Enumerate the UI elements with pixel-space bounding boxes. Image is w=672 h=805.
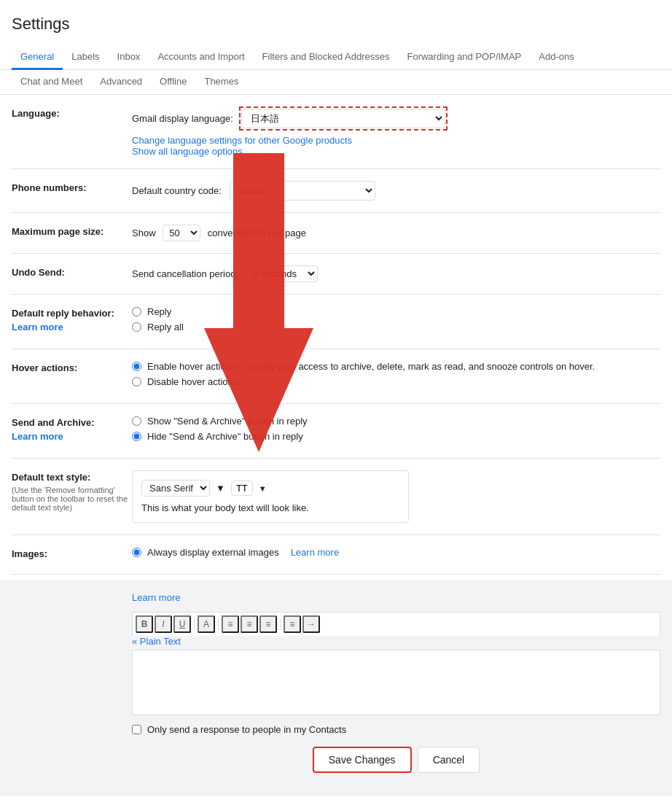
cancel-button[interactable]: Cancel <box>418 747 480 773</box>
font-size-arrow: ▼ <box>259 484 267 493</box>
default-text-style-setting: Default text style: (Use the 'Remove for… <box>12 459 660 535</box>
tab-general[interactable]: General <box>12 45 63 70</box>
enable-hover-option: Enable hover actions - Quickly gain acce… <box>132 361 660 372</box>
always-display-label: Always display external images <box>147 547 279 558</box>
align-right-button[interactable]: ≡ <box>259 615 277 633</box>
hide-send-archive-radio[interactable] <box>132 432 141 441</box>
vacation-responder-section: Learn more B I U A ≡ ≡ ≡ ≡ → « <box>0 580 672 796</box>
images-label: Images: <box>12 547 132 559</box>
reply-radio[interactable] <box>132 307 141 316</box>
sample-text: This is what your body text will look li… <box>141 502 399 513</box>
images-learn-more[interactable]: Learn more <box>291 547 339 558</box>
indent-button[interactable]: → <box>302 615 320 633</box>
default-reply-label: Default reply behavior: Learn more <box>12 306 132 332</box>
tab-filters-blocked[interactable]: Filters and Blocked Addresses <box>254 45 399 70</box>
tab-offline[interactable]: Offline <box>151 70 195 95</box>
language-label: Language: <box>12 106 132 119</box>
language-select[interactable]: 日本語 English <box>241 109 445 128</box>
contacts-only-row: Only send a response to people in my Con… <box>132 724 660 735</box>
language-setting: Language: Gmail display language: 日本語 En… <box>12 95 660 169</box>
font-size-button[interactable]: TT <box>231 481 253 496</box>
hover-actions-setting: Hover actions: Enable hover actions - Qu… <box>12 349 660 404</box>
country-select[interactable]: Japan United States <box>230 181 375 201</box>
show-label: Show <box>132 228 156 238</box>
save-changes-button[interactable]: Save Changes <box>313 747 412 773</box>
disable-hover-option: Disable hover actions <box>132 376 660 387</box>
reply-all-option: Reply all <box>132 322 660 332</box>
bold-button[interactable]: B <box>136 615 153 633</box>
reply-all-label: Reply all <box>147 322 184 332</box>
phone-default-label: Default country code: <box>132 185 222 196</box>
learn-more-link-bottom[interactable]: Learn more <box>132 592 180 603</box>
hide-send-archive-label: Hide "Send & Archive" button in reply <box>147 431 303 442</box>
text-style-toolbar: Sans Serif ▼ TT ▼ <box>141 480 399 497</box>
align-left-button[interactable]: ≡ <box>222 615 239 633</box>
undo-send-label: Undo Send: <box>12 265 132 278</box>
editor-toolbar: B I U A ≡ ≡ ≡ ≡ → <box>132 612 660 636</box>
editor-container: B I U A ≡ ≡ ≡ ≡ → « Plain Text <box>132 612 660 715</box>
default-reply-learn-more[interactable]: Learn more <box>12 322 63 332</box>
text-style-box: Sans Serif ▼ TT ▼ This is what your body… <box>132 470 409 523</box>
send-archive-setting: Send and Archive: Learn more Show "Send … <box>12 404 660 459</box>
images-setting: Images: Always display external images L… <box>12 535 660 575</box>
gmail-display-label: Gmail display language: <box>132 113 233 124</box>
language-control: Gmail display language: 日本語 English Chan… <box>132 106 660 157</box>
show-all-language-link[interactable]: Show all language options <box>132 146 243 157</box>
always-display-radio[interactable] <box>132 548 141 557</box>
editor-area[interactable] <box>132 650 660 715</box>
italic-button[interactable]: I <box>155 615 172 633</box>
font-color-button[interactable]: A <box>198 615 215 633</box>
reply-label: Reply <box>147 306 171 317</box>
nav-tabs-row2: Chat and Meet Advanced Offline Themes <box>0 70 672 95</box>
reply-option: Reply <box>132 306 660 317</box>
phone-setting: Phone numbers: Default country code: Jap… <box>12 169 660 213</box>
page-size-select[interactable]: 50 25 100 <box>163 225 200 241</box>
tab-addons[interactable]: Add-ons <box>530 45 582 70</box>
enable-hover-radio[interactable] <box>132 362 141 371</box>
editor-section: Learn more B I U A ≡ ≡ ≡ ≡ → « <box>132 592 660 773</box>
disable-hover-label: Disable hover actions <box>147 376 238 387</box>
change-language-link[interactable]: Change language settings for other Googl… <box>132 135 352 146</box>
default-text-style-control: Sans Serif ▼ TT ▼ This is what your body… <box>132 470 660 523</box>
tab-advanced[interactable]: Advanced <box>91 70 151 95</box>
toolbar-separator-2 <box>218 618 219 630</box>
tab-themes[interactable]: Themes <box>195 70 247 95</box>
text-style-description: (Use the 'Remove formatting' button on t… <box>12 486 132 512</box>
align-center-button[interactable]: ≡ <box>241 615 258 633</box>
font-size-icon: ▼ <box>216 483 225 494</box>
reply-all-radio[interactable] <box>132 322 141 332</box>
contacts-only-label: Only send a response to people in my Con… <box>147 724 346 735</box>
undo-send-setting: Undo Send: Send cancellation period: 5 s… <box>12 254 660 295</box>
page-size-setting: Maximum page size: Show 50 25 100 conver… <box>12 213 660 254</box>
plain-text-link[interactable]: « Plain Text <box>132 636 181 647</box>
default-reply-control: Reply Reply all <box>132 306 660 337</box>
show-send-archive-option: Show "Send & Archive" button in reply <box>132 416 660 427</box>
tab-accounts-import[interactable]: Accounts and Import <box>149 45 253 70</box>
default-reply-setting: Default reply behavior: Learn more Reply… <box>12 295 660 349</box>
show-send-archive-label: Show "Send & Archive" button in reply <box>147 416 308 427</box>
contacts-only-checkbox[interactable] <box>132 725 141 734</box>
phone-label: Phone numbers: <box>12 181 132 193</box>
action-buttons: Save Changes Cancel <box>132 747 660 773</box>
send-archive-learn-more[interactable]: Learn more <box>12 431 63 442</box>
show-send-archive-radio[interactable] <box>132 416 141 426</box>
tab-labels[interactable]: Labels <box>63 45 108 70</box>
page-size-label: Maximum page size: <box>12 225 132 237</box>
hide-send-archive-option: Hide "Send & Archive" button in reply <box>132 431 660 442</box>
undo-send-select[interactable]: 5 seconds 10 seconds 20 seconds 30 secon… <box>247 265 318 282</box>
disable-hover-radio[interactable] <box>132 377 141 386</box>
hover-actions-label: Hover actions: <box>12 361 132 373</box>
send-cancel-label: Send cancellation period: <box>132 268 238 279</box>
phone-control: Default country code: Japan United State… <box>132 181 660 201</box>
tab-inbox[interactable]: Inbox <box>109 45 149 70</box>
list-button[interactable]: ≡ <box>284 615 301 633</box>
tab-forwarding-pop[interactable]: Forwarding and POP/IMAP <box>398 45 530 70</box>
hover-actions-control: Enable hover actions - Quickly gain acce… <box>132 361 660 392</box>
toolbar-separator-1 <box>194 618 195 630</box>
enable-hover-label: Enable hover actions - Quickly gain acce… <box>147 361 595 372</box>
underline-button[interactable]: U <box>173 615 191 633</box>
font-select[interactable]: Sans Serif <box>141 480 210 497</box>
tab-chat-meet[interactable]: Chat and Meet <box>12 70 91 95</box>
images-control: Always display external images Learn mor… <box>132 547 660 562</box>
page-size-suffix: conversations per page <box>208 228 306 238</box>
